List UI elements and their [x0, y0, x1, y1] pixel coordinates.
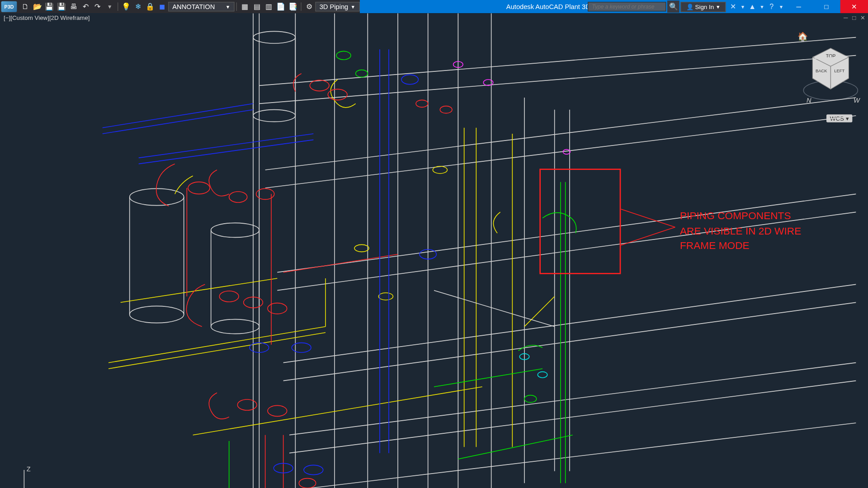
- svg-line-79: [139, 134, 314, 158]
- svg-line-16: [265, 98, 856, 170]
- tool-icon[interactable]: ▥: [264, 1, 274, 12]
- svg-line-22: [289, 363, 856, 435]
- svg-line-71: [283, 254, 398, 272]
- svg-line-50: [108, 333, 326, 369]
- layer-bulb-icon[interactable]: 💡: [121, 1, 132, 12]
- svg-line-80: [139, 140, 314, 164]
- svg-point-44: [211, 319, 259, 334]
- svg-point-40: [130, 306, 184, 323]
- svg-point-73: [328, 89, 347, 100]
- tool-icon[interactable]: ▤: [251, 1, 262, 12]
- workspace-dropdown[interactable]: 3D Piping ▼: [315, 2, 359, 11]
- tool-icon[interactable]: ▦: [239, 1, 250, 12]
- svg-point-57: [354, 244, 369, 252]
- layer-name-label: ANNOTATION: [172, 3, 215, 10]
- a360-icon[interactable]: ▲: [746, 0, 759, 13]
- search-icon[interactable]: 🔍: [667, 0, 679, 13]
- app-logo[interactable]: P3D: [1, 1, 17, 12]
- svg-point-75: [440, 106, 452, 113]
- svg-point-84: [292, 343, 311, 352]
- svg-point-103: [538, 372, 547, 378]
- window-close-button[interactable]: ✕: [840, 0, 868, 13]
- exchange-icon[interactable]: ✕: [727, 0, 739, 13]
- callout-arrow: [621, 194, 681, 254]
- tool-icon[interactable]: 📄: [275, 1, 286, 12]
- svg-point-97: [524, 395, 537, 403]
- saveas-icon[interactable]: 💾: [56, 1, 67, 12]
- chevron-down-icon: ▼: [716, 4, 721, 9]
- svg-point-100: [483, 80, 493, 85]
- svg-point-61: [188, 182, 210, 194]
- svg-point-68: [268, 303, 287, 314]
- model-viewport[interactable]: [−][Custom View][2D Wireframe] ─ □ ✕ 🏠 N…: [0, 13, 868, 488]
- save-icon[interactable]: 💾: [44, 1, 55, 12]
- svg-line-96: [458, 435, 572, 459]
- svg-line-104: [434, 291, 555, 327]
- svg-line-23: [289, 381, 856, 453]
- signin-button[interactable]: 👤 Sign In ▼: [681, 1, 726, 12]
- separator: [236, 2, 237, 11]
- workspace-label: 3D Piping: [320, 3, 349, 10]
- signin-label: Sign In: [695, 3, 714, 10]
- separator: [301, 2, 301, 11]
- svg-point-37: [130, 188, 184, 205]
- svg-line-52: [121, 278, 278, 302]
- svg-line-24: [302, 423, 856, 488]
- gear-icon[interactable]: ⚙: [304, 1, 315, 12]
- qat-dropdown-icon[interactable]: ▼: [104, 1, 115, 12]
- chevron-down-icon: ▼: [226, 4, 231, 9]
- redo-icon[interactable]: ↷: [92, 1, 103, 12]
- window-minimize-button[interactable]: ─: [785, 0, 812, 13]
- svg-point-93: [336, 51, 351, 60]
- svg-line-106: [621, 227, 675, 245]
- svg-line-81: [103, 103, 253, 127]
- svg-point-56: [433, 166, 447, 174]
- svg-point-69: [237, 399, 257, 410]
- infocenter-search-input[interactable]: [588, 2, 666, 11]
- layer-dropdown[interactable]: ANNOTATION ▼: [168, 2, 235, 11]
- window-maximize-button[interactable]: □: [812, 0, 840, 13]
- svg-point-41: [211, 223, 259, 237]
- undo-icon[interactable]: ↶: [80, 1, 91, 12]
- callout-box: [539, 169, 621, 274]
- svg-line-95: [434, 369, 542, 387]
- open-icon[interactable]: 📂: [32, 1, 43, 12]
- svg-line-105: [621, 209, 675, 227]
- svg-point-62: [229, 192, 247, 202]
- layer-lock-icon[interactable]: 🔒: [145, 1, 156, 12]
- svg-line-14: [259, 38, 856, 86]
- tool-icon[interactable]: 📑: [288, 1, 298, 12]
- chevron-down-icon: ▼: [351, 4, 356, 9]
- svg-point-86: [304, 465, 323, 474]
- svg-point-66: [219, 291, 239, 302]
- layer-color-icon[interactable]: ◼: [157, 1, 168, 12]
- svg-point-78: [299, 479, 316, 488]
- svg-point-89: [401, 75, 418, 84]
- callout-text: PIPING COMPONENTS ARE VISIBLE IN 2D WIRE…: [680, 209, 801, 254]
- new-icon[interactable]: 🗋: [20, 1, 31, 12]
- plot-icon[interactable]: 🖶: [68, 1, 79, 12]
- svg-line-82: [103, 110, 253, 134]
- svg-point-94: [356, 70, 368, 77]
- svg-line-53: [193, 387, 482, 435]
- svg-point-72: [310, 80, 329, 91]
- user-icon: 👤: [686, 3, 693, 10]
- svg-point-101: [563, 150, 570, 155]
- svg-point-70: [268, 405, 287, 416]
- layer-freeze-icon[interactable]: ❄: [132, 1, 143, 12]
- svg-line-15: [259, 56, 856, 104]
- svg-line-49: [108, 327, 326, 363]
- svg-point-58: [378, 293, 393, 300]
- separator: [118, 2, 118, 11]
- help-icon[interactable]: ?: [765, 0, 778, 13]
- svg-point-74: [416, 100, 428, 107]
